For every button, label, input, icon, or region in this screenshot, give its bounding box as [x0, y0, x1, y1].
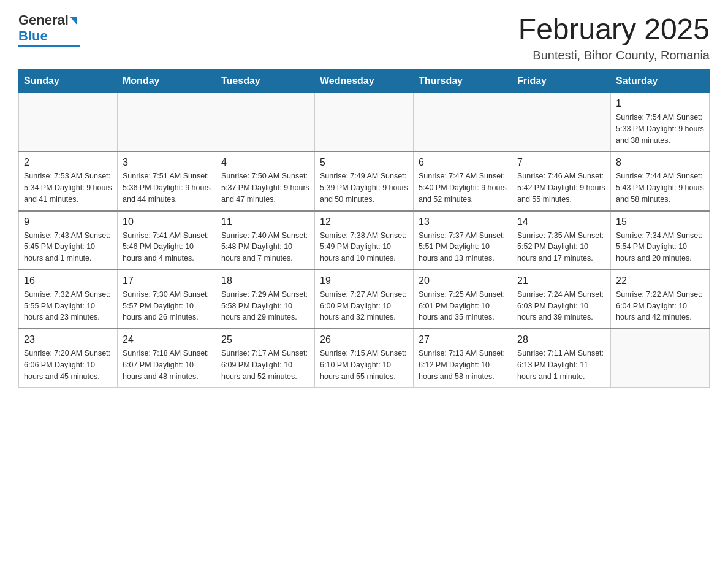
calendar-cell: [611, 329, 710, 388]
column-header-monday: Monday: [118, 69, 216, 93]
day-info: Sunrise: 7:43 AM Sunset: 5:45 PM Dayligh…: [24, 230, 112, 264]
calendar-cell: 18Sunrise: 7:29 AM Sunset: 5:58 PM Dayli…: [216, 270, 315, 329]
calendar-cell: [315, 93, 414, 152]
day-info: Sunrise: 7:34 AM Sunset: 5:54 PM Dayligh…: [616, 230, 704, 264]
day-number: 7: [517, 157, 605, 168]
day-number: 28: [517, 334, 605, 345]
day-number: 1: [616, 98, 704, 109]
day-number: 23: [24, 334, 112, 345]
day-info: Sunrise: 7:40 AM Sunset: 5:48 PM Dayligh…: [221, 230, 309, 264]
calendar-cell: 9Sunrise: 7:43 AM Sunset: 5:45 PM Daylig…: [19, 211, 118, 270]
calendar-cell: 20Sunrise: 7:25 AM Sunset: 6:01 PM Dayli…: [414, 270, 512, 329]
calendar-cell: 10Sunrise: 7:41 AM Sunset: 5:46 PM Dayli…: [118, 211, 216, 270]
calendar-cell: 22Sunrise: 7:22 AM Sunset: 6:04 PM Dayli…: [611, 270, 710, 329]
day-number: 21: [517, 275, 605, 286]
logo-general-text: General: [18, 12, 69, 28]
column-header-sunday: Sunday: [19, 69, 118, 93]
day-info: Sunrise: 7:47 AM Sunset: 5:40 PM Dayligh…: [419, 170, 507, 205]
day-info: Sunrise: 7:13 AM Sunset: 6:12 PM Dayligh…: [419, 348, 507, 382]
calendar-cell: 24Sunrise: 7:18 AM Sunset: 6:07 PM Dayli…: [118, 329, 216, 388]
calendar-week-4: 16Sunrise: 7:32 AM Sunset: 5:55 PM Dayli…: [19, 270, 710, 329]
day-info: Sunrise: 7:11 AM Sunset: 6:13 PM Dayligh…: [517, 348, 605, 382]
calendar-cell: [512, 93, 611, 152]
day-info: Sunrise: 7:18 AM Sunset: 6:07 PM Dayligh…: [123, 348, 211, 382]
day-info: Sunrise: 7:51 AM Sunset: 5:36 PM Dayligh…: [123, 170, 211, 205]
calendar-cell: 1Sunrise: 7:54 AM Sunset: 5:33 PM Daylig…: [611, 93, 710, 152]
calendar-cell: 6Sunrise: 7:47 AM Sunset: 5:40 PM Daylig…: [414, 151, 512, 210]
calendar-cell: 13Sunrise: 7:37 AM Sunset: 5:51 PM Dayli…: [414, 211, 512, 270]
day-number: 2: [24, 157, 112, 168]
calendar-cell: [216, 93, 315, 152]
column-header-thursday: Thursday: [414, 69, 512, 93]
day-number: 5: [320, 157, 408, 168]
calendar-cell: 28Sunrise: 7:11 AM Sunset: 6:13 PM Dayli…: [512, 329, 611, 388]
day-number: 18: [221, 275, 309, 286]
day-number: 13: [419, 216, 507, 228]
day-number: 6: [419, 157, 507, 168]
day-info: Sunrise: 7:41 AM Sunset: 5:46 PM Dayligh…: [123, 230, 211, 264]
day-number: 14: [517, 216, 605, 228]
day-info: Sunrise: 7:20 AM Sunset: 6:06 PM Dayligh…: [24, 348, 112, 382]
calendar-cell: 17Sunrise: 7:30 AM Sunset: 5:57 PM Dayli…: [118, 270, 216, 329]
day-number: 17: [123, 275, 211, 286]
day-info: Sunrise: 7:49 AM Sunset: 5:39 PM Dayligh…: [320, 170, 408, 205]
day-info: Sunrise: 7:50 AM Sunset: 5:37 PM Dayligh…: [221, 170, 309, 205]
day-number: 15: [616, 216, 704, 228]
logo: General Blue: [18, 12, 80, 47]
calendar-cell: 8Sunrise: 7:44 AM Sunset: 5:43 PM Daylig…: [611, 151, 710, 210]
calendar-cell: 16Sunrise: 7:32 AM Sunset: 5:55 PM Dayli…: [19, 270, 118, 329]
calendar-cell: 12Sunrise: 7:38 AM Sunset: 5:49 PM Dayli…: [315, 211, 414, 270]
day-info: Sunrise: 7:15 AM Sunset: 6:10 PM Dayligh…: [320, 348, 408, 382]
day-number: 24: [123, 334, 211, 345]
day-info: Sunrise: 7:25 AM Sunset: 6:01 PM Dayligh…: [419, 289, 507, 323]
day-number: 25: [221, 334, 309, 345]
day-number: 26: [320, 334, 408, 345]
calendar-week-1: 1Sunrise: 7:54 AM Sunset: 5:33 PM Daylig…: [19, 93, 710, 152]
logo-arrow-icon: [70, 17, 77, 25]
day-info: Sunrise: 7:53 AM Sunset: 5:34 PM Dayligh…: [24, 170, 112, 205]
day-number: 16: [24, 275, 112, 286]
calendar-week-5: 23Sunrise: 7:20 AM Sunset: 6:06 PM Dayli…: [19, 329, 710, 388]
day-number: 27: [419, 334, 507, 345]
calendar-cell: 4Sunrise: 7:50 AM Sunset: 5:37 PM Daylig…: [216, 151, 315, 210]
logo-blue-text: Blue: [18, 28, 48, 44]
location-subtitle: Buntesti, Bihor County, Romania: [518, 48, 710, 63]
day-info: Sunrise: 7:22 AM Sunset: 6:04 PM Dayligh…: [616, 289, 704, 323]
day-info: Sunrise: 7:17 AM Sunset: 6:09 PM Dayligh…: [221, 348, 309, 382]
day-info: Sunrise: 7:24 AM Sunset: 6:03 PM Dayligh…: [517, 289, 605, 323]
calendar-cell: 14Sunrise: 7:35 AM Sunset: 5:52 PM Dayli…: [512, 211, 611, 270]
calendar-week-2: 2Sunrise: 7:53 AM Sunset: 5:34 PM Daylig…: [19, 151, 710, 210]
day-number: 22: [616, 275, 704, 286]
day-number: 11: [221, 216, 309, 228]
calendar-header-row: SundayMondayTuesdayWednesdayThursdayFrid…: [19, 69, 710, 93]
day-info: Sunrise: 7:54 AM Sunset: 5:33 PM Dayligh…: [616, 112, 704, 146]
calendar-week-3: 9Sunrise: 7:43 AM Sunset: 5:45 PM Daylig…: [19, 211, 710, 270]
month-title: February 2025: [518, 12, 710, 46]
calendar-cell: 15Sunrise: 7:34 AM Sunset: 5:54 PM Dayli…: [611, 211, 710, 270]
day-number: 9: [24, 216, 112, 228]
page-header: General Blue February 2025 Buntesti, Bih…: [18, 12, 710, 63]
calendar-cell: 23Sunrise: 7:20 AM Sunset: 6:06 PM Dayli…: [19, 329, 118, 388]
calendar-cell: 2Sunrise: 7:53 AM Sunset: 5:34 PM Daylig…: [19, 151, 118, 210]
calendar-cell: [118, 93, 216, 152]
column-header-saturday: Saturday: [611, 69, 710, 93]
calendar-cell: 19Sunrise: 7:27 AM Sunset: 6:00 PM Dayli…: [315, 270, 414, 329]
day-info: Sunrise: 7:29 AM Sunset: 5:58 PM Dayligh…: [221, 289, 309, 323]
calendar-table: SundayMondayTuesdayWednesdayThursdayFrid…: [18, 69, 710, 388]
day-number: 10: [123, 216, 211, 228]
day-number: 3: [123, 157, 211, 168]
day-number: 12: [320, 216, 408, 228]
calendar-cell: 5Sunrise: 7:49 AM Sunset: 5:39 PM Daylig…: [315, 151, 414, 210]
column-header-tuesday: Tuesday: [216, 69, 315, 93]
day-info: Sunrise: 7:30 AM Sunset: 5:57 PM Dayligh…: [123, 289, 211, 323]
calendar-cell: 7Sunrise: 7:46 AM Sunset: 5:42 PM Daylig…: [512, 151, 611, 210]
calendar-cell: 25Sunrise: 7:17 AM Sunset: 6:09 PM Dayli…: [216, 329, 315, 388]
day-info: Sunrise: 7:46 AM Sunset: 5:42 PM Dayligh…: [517, 170, 605, 205]
calendar-cell: [414, 93, 512, 152]
day-number: 20: [419, 275, 507, 286]
day-info: Sunrise: 7:32 AM Sunset: 5:55 PM Dayligh…: [24, 289, 112, 323]
calendar-cell: [19, 93, 118, 152]
day-number: 19: [320, 275, 408, 286]
column-header-friday: Friday: [512, 69, 611, 93]
calendar-cell: 11Sunrise: 7:40 AM Sunset: 5:48 PM Dayli…: [216, 211, 315, 270]
